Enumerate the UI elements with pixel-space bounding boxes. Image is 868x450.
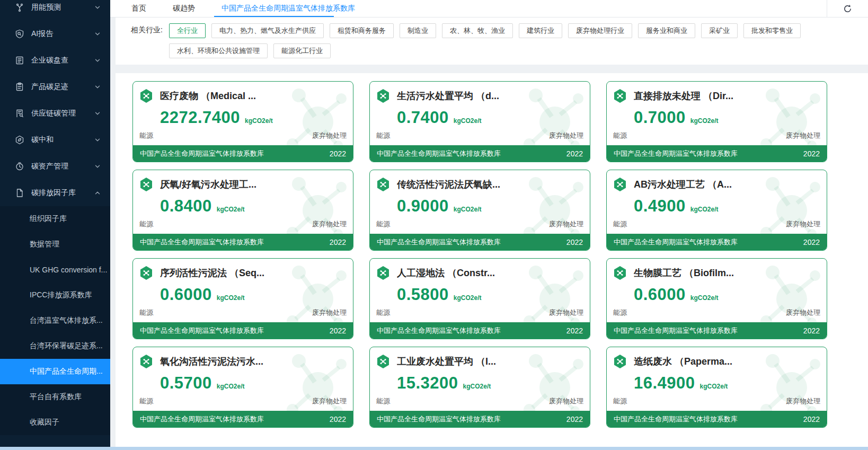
factor-source: 中国产品全生命周期温室气体排放系数库 xyxy=(140,237,264,247)
factor-card[interactable]: 生活污水处置平均 （d... 0.7400 kgCO2e/t 能源 废弃物处理 … xyxy=(369,81,590,162)
tab[interactable]: 首页 xyxy=(131,0,146,17)
factor-card[interactable]: 传统活性污泥法厌氧缺... 0.9000 kgCO2e/t 能源 废弃物处理 中… xyxy=(369,170,590,251)
factor-source: 中国产品全生命周期温室气体排放系数库 xyxy=(377,414,501,424)
industry-filter-button[interactable]: 能源化工行业 xyxy=(273,43,331,58)
factor-card[interactable]: 氧化沟活性污泥法污水... 0.5700 kgCO2e/t 能源 废弃物处理 中… xyxy=(132,347,353,428)
cards-grid: 医疗废物 （Medical ... 2272.7400 kgCO2e/t 能源 … xyxy=(132,81,868,428)
industry-filter-button[interactable]: 采矿业 xyxy=(701,23,738,38)
factor-source-bar: 中国产品全生命周期温室气体排放系数库 2022 xyxy=(133,234,353,250)
factor-source-bar: 中国产品全生命周期温室气体排放系数库 2022 xyxy=(370,411,590,427)
refresh-button[interactable] xyxy=(827,0,868,17)
industry-filter-button[interactable]: 电力、热力、燃气及水生产供应 xyxy=(211,23,324,38)
factor-category-right: 废弃物处理 xyxy=(312,308,347,317)
sidebar-submenu-item[interactable]: 台湾温室气体排放系... xyxy=(0,308,110,333)
factor-hexagon-icon xyxy=(376,266,390,280)
factor-unit: kgCO2e/t xyxy=(217,294,245,302)
sidebar-item-label: 碳资产管理 xyxy=(31,162,68,171)
tab-label: 碳趋势 xyxy=(173,4,195,13)
sidebar-item[interactable]: 企业碳盘查 xyxy=(0,47,110,74)
horizontal-scrollbar[interactable] xyxy=(0,447,868,450)
sidebar-item[interactable]: 用能预测 xyxy=(0,0,110,21)
industry-filter-button[interactable]: 水利、环境和公共设施管理 xyxy=(169,43,268,58)
sidebar-submenu-item[interactable]: 中国产品全生命周期... xyxy=(0,359,110,384)
sidebar-item[interactable]: 碳资产管理 xyxy=(0,153,110,180)
tab-label: 中国产品全生命周期温室气体排放系数库 xyxy=(222,4,355,13)
factor-source: 中国产品全生命周期温室气体排放系数库 xyxy=(140,326,264,336)
factor-hexagon-icon xyxy=(613,266,627,280)
sidebar-item[interactable]: AI报告 xyxy=(0,21,110,47)
sidebar-item[interactable]: 产品碳足迹 xyxy=(0,74,110,100)
factor-card[interactable]: 序列活性污泥法 （Seq... 0.6000 kgCO2e/t 能源 废弃物处理… xyxy=(132,258,353,339)
sidebar-submenu-item[interactable]: 平台自有系数库 xyxy=(0,384,110,410)
factor-card[interactable]: 工业废水处置平均 （I... 15.3200 kgCO2e/t 能源 废弃物处理… xyxy=(369,347,590,428)
factor-card[interactable]: 医疗废物 （Medical ... 2272.7400 kgCO2e/t 能源 … xyxy=(132,81,353,162)
industry-filter-button[interactable]: 服务业和商业 xyxy=(638,23,695,38)
industry-filter-button[interactable]: 农、林、牧、渔业 xyxy=(442,23,513,38)
factor-value: 0.7000 xyxy=(634,108,686,127)
industry-filter-button[interactable]: 全行业 xyxy=(169,23,206,38)
factor-source-bar: 中国产品全生命周期温室气体排放系数库 2022 xyxy=(133,322,353,339)
factor-category-right: 废弃物处理 xyxy=(549,396,583,406)
factor-value: 2272.7400 xyxy=(160,108,240,127)
factor-hexagon-icon xyxy=(613,177,627,192)
sidebar-item[interactable]: 供应链碳管理 xyxy=(0,100,110,127)
industry-filter-button[interactable]: 租赁和商务服务 xyxy=(330,23,394,38)
sidebar-submenu-item[interactable]: UK GHG conversion f... xyxy=(0,257,110,283)
filter-row: 全行业电力、热力、燃气及水生产供应租赁和商务服务制造业农、林、牧、渔业建筑行业废… xyxy=(169,23,807,38)
factor-year: 2022 xyxy=(803,149,820,158)
sidebar-submenu-item-label: 平台自有系数库 xyxy=(30,392,82,402)
sidebar-item-label: 碳排放因子库 xyxy=(31,188,76,198)
industry-filter-button[interactable]: 制造业 xyxy=(400,23,436,38)
factor-card[interactable]: 人工湿地法 （Constr... 0.5800 kgCO2e/t 能源 废弃物处… xyxy=(369,258,590,339)
factor-hexagon-icon xyxy=(613,354,627,369)
sidebar-submenu-item[interactable]: 数据管理 xyxy=(0,232,110,257)
sidebar: 用能预测 AI报告 企业碳盘查 产品碳足迹 供应链碳管理 碳中和 碳资产管理 碳… xyxy=(0,0,110,447)
factor-category-right: 废弃物处理 xyxy=(786,131,820,140)
factor-category-left: 能源 xyxy=(613,308,627,317)
sidebar-submenu-item[interactable]: 组织因子库 xyxy=(0,206,110,232)
sidebar-submenu-item-label: 组织因子库 xyxy=(30,214,67,224)
chevron-down-icon xyxy=(94,110,101,117)
main-content: 首页 碳趋势 中国产品全生命周期温室气体排放系数库 相关行业: 全行业电力、热力… xyxy=(110,0,868,450)
factor-source: 中国产品全生命周期温室气体排放系数库 xyxy=(377,149,501,158)
factor-card[interactable]: 厌氧/好氧污水处理工... 0.8400 kgCO2e/t 能源 废弃物处理 中… xyxy=(132,170,353,251)
factor-category-left: 能源 xyxy=(613,131,627,140)
factor-title: 人工湿地法 （Constr... xyxy=(397,267,495,279)
industry-filter-button[interactable]: 批发和零售业 xyxy=(743,23,801,38)
factor-title: 传统活性污泥法厌氧缺... xyxy=(397,178,500,191)
factor-unit: kgCO2e/t xyxy=(217,383,245,390)
sidebar-submenu: 组织因子库 数据管理 UK GHG conversion f... IPCC排放… xyxy=(0,206,110,435)
refresh-icon xyxy=(843,4,852,13)
factor-title: AB污水处理工艺 （A... xyxy=(634,178,732,191)
industry-filter-button[interactable]: 废弃物处理行业 xyxy=(568,23,632,38)
factor-source: 中国产品全生命周期温室气体排放系数库 xyxy=(140,149,264,158)
factor-year: 2022 xyxy=(330,238,346,246)
factor-source: 中国产品全生命周期温室气体排放系数库 xyxy=(614,414,738,424)
sidebar-submenu-item[interactable]: IPCC排放源系数库 xyxy=(0,283,110,308)
factor-value: 0.5700 xyxy=(160,374,212,393)
factor-hexagon-icon xyxy=(139,177,153,192)
sidebar-item[interactable]: 碳中和 xyxy=(0,127,110,153)
factor-card[interactable]: 直接排放未处理 （Dir... 0.7000 kgCO2e/t 能源 废弃物处理… xyxy=(606,81,827,162)
factor-category-right: 废弃物处理 xyxy=(549,308,583,317)
factor-card[interactable]: 生物膜工艺 （Biofilm... 0.6000 kgCO2e/t 能源 废弃物… xyxy=(606,258,827,339)
factor-unit: kgCO2e/t xyxy=(690,117,719,125)
factor-category-right: 废弃物处理 xyxy=(786,396,820,406)
factor-category-left: 能源 xyxy=(613,219,627,229)
factor-value: 0.4900 xyxy=(634,197,686,216)
tab-bar-right xyxy=(827,0,868,17)
sidebar-item[interactable]: 碳排放因子库 xyxy=(0,180,110,206)
sidebar-submenu-item[interactable]: 台湾环保署碳足迹系... xyxy=(0,333,110,359)
tab[interactable]: 碳趋势 xyxy=(173,0,195,17)
factor-unit: kgCO2e/t xyxy=(217,206,245,213)
industry-filter-button[interactable]: 建筑行业 xyxy=(519,23,562,38)
filter-panel: 相关行业: 全行业电力、热力、燃气及水生产供应租赁和商务服务制造业农、林、牧、渔… xyxy=(116,17,868,65)
factor-value: 0.7400 xyxy=(397,108,449,127)
factor-source: 中国产品全生命周期温室气体排放系数库 xyxy=(140,414,264,424)
factor-card[interactable]: 造纸废水 （Paperma... 16.4900 kgCO2e/t 能源 废弃物… xyxy=(606,347,827,428)
tab[interactable]: 中国产品全生命周期温室气体排放系数库 xyxy=(222,0,355,17)
sidebar-submenu-item[interactable]: 收藏因子 xyxy=(0,410,110,435)
sidebar-submenu-item-label: UK GHG conversion f... xyxy=(30,266,107,274)
sidebar-submenu-item-label: 中国产品全生命周期... xyxy=(30,367,103,376)
factor-card[interactable]: AB污水处理工艺 （A... 0.4900 kgCO2e/t 能源 废弃物处理 … xyxy=(606,170,827,251)
